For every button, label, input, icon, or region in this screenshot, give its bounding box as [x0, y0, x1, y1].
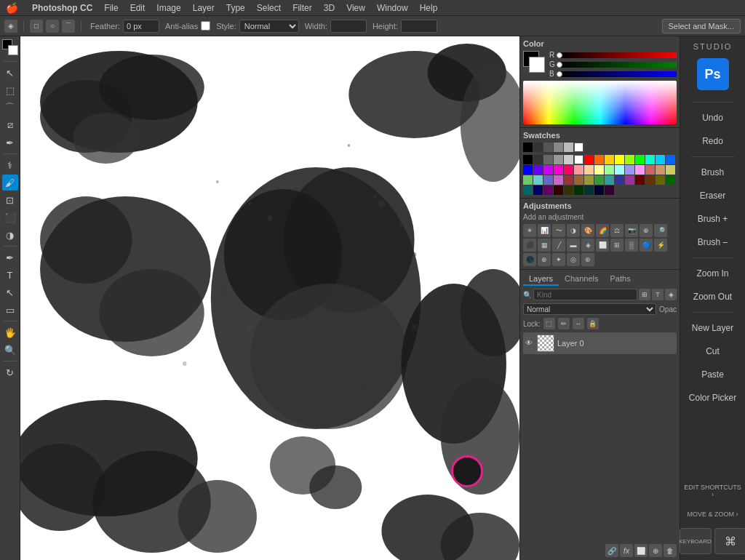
swatch-25[interactable] [625, 165, 634, 175]
color-spectrum[interactable] [523, 81, 677, 124]
swatch-51[interactable] [584, 185, 594, 195]
studio-keyboard-btn[interactable]: KEYBOARD [680, 528, 712, 554]
menu-edit[interactable]: Edit [124, 1, 151, 15]
blend-mode-select[interactable]: Normal Multiply Screen [523, 303, 656, 315]
swatch-11[interactable] [635, 155, 645, 164]
lock-icon-3[interactable]: ↔ [573, 318, 584, 329]
tool-shape[interactable]: ▭ [2, 302, 18, 318]
swatch-21[interactable] [584, 165, 594, 175]
tool-eraser[interactable]: ⊡ [2, 192, 18, 208]
swatch-45[interactable] [523, 185, 533, 195]
adj-exposure[interactable]: ◑ [567, 224, 580, 237]
studio-paste-btn[interactable]: Paste [688, 365, 738, 384]
studio-brush-plus-btn[interactable]: Brush + [688, 209, 738, 228]
swatch-30[interactable] [523, 175, 533, 185]
adj-photo-filter[interactable]: 📷 [625, 224, 638, 237]
color-fg-bg[interactable] [2, 39, 18, 55]
tool-heal[interactable]: ⚕ [2, 157, 18, 173]
r-slider[interactable] [559, 52, 677, 58]
studio-brush-minus-btn[interactable]: Brush – [688, 233, 738, 252]
swatch-34[interactable] [564, 175, 573, 185]
width-input[interactable] [330, 20, 367, 33]
tool-type[interactable]: T [2, 267, 18, 283]
swatch-41[interactable] [635, 175, 645, 185]
swatch-52[interactable] [594, 185, 604, 195]
tool-crop[interactable]: ⧄ [2, 117, 18, 133]
swatch-26[interactable] [635, 165, 645, 175]
swatch-32[interactable] [543, 175, 553, 185]
studio-edit-shortcuts-btn[interactable]: EDIT SHORTCUTS › [684, 481, 742, 500]
adj-channel-mixer[interactable]: ⊕ [640, 224, 653, 237]
adj-levels[interactable]: 📊 [538, 224, 551, 237]
swatch-38[interactable] [605, 175, 614, 185]
studio-quick-keys-btn[interactable]: ⌘ [714, 528, 746, 554]
menu-image[interactable]: Image [151, 1, 186, 15]
swatch-19[interactable] [564, 165, 573, 175]
swatch-15[interactable] [523, 165, 533, 175]
menu-type[interactable]: Type [220, 1, 251, 15]
studio-color-picker-btn[interactable]: Color Picker [688, 388, 738, 407]
studio-ps-icon[interactable]: Ps [697, 58, 729, 90]
studio-zoom-in-btn[interactable]: Zoom In [688, 264, 738, 283]
swatch-16[interactable] [533, 165, 543, 175]
toolbar-ellipse-icon[interactable]: ○ [46, 20, 59, 33]
adj-extra2[interactable]: ◎ [567, 253, 580, 266]
tool-select-rect[interactable]: ⬚ [2, 82, 18, 98]
swatch-6[interactable] [584, 155, 594, 164]
swatch-12[interactable] [645, 155, 655, 164]
tool-eyedropper[interactable]: ✒ [2, 135, 18, 151]
toolbar-lasso-icon[interactable]: ⌒ [62, 20, 75, 33]
menu-view[interactable]: View [340, 1, 371, 15]
g-slider[interactable] [559, 62, 677, 68]
swatch-8[interactable] [605, 155, 614, 164]
adj-curves[interactable]: 〜 [552, 224, 565, 237]
select-mask-button[interactable]: Select and Mask... [662, 19, 741, 33]
feather-input[interactable] [123, 20, 159, 33]
swatch-39[interactable] [615, 175, 624, 185]
menu-window[interactable]: Window [371, 1, 414, 15]
adj-vibrance[interactable]: 🎨 [581, 224, 594, 237]
tool-path-select[interactable]: ↖ [2, 284, 18, 300]
adj-color-lookup[interactable]: 🔎 [654, 224, 667, 237]
menu-file[interactable]: File [98, 1, 124, 15]
layers-fx-btn[interactable]: fx [620, 544, 633, 557]
layers-icon-2[interactable]: T [652, 289, 664, 300]
swatch-27[interactable] [645, 165, 655, 175]
swatch-0[interactable] [523, 155, 533, 164]
adj-brightness[interactable]: ☀ [523, 224, 536, 237]
swatch-28[interactable] [656, 165, 665, 175]
swatch-48[interactable] [554, 185, 563, 195]
layer-visibility-icon[interactable]: 👁 [525, 339, 534, 348]
swatch-50[interactable] [574, 185, 583, 195]
antialias-checkbox[interactable] [201, 21, 210, 31]
swatch-gray[interactable] [554, 143, 563, 152]
adj-selective-color[interactable]: ◈ [581, 239, 594, 252]
adj-threshold[interactable]: ╱ [552, 239, 565, 252]
swatch-40[interactable] [625, 175, 634, 185]
adj-gradient-map[interactable]: ▬ [567, 239, 580, 252]
adj-hsl[interactable]: 🌈 [596, 224, 609, 237]
swatch-31[interactable] [533, 175, 543, 185]
lock-icon-1[interactable]: ⬚ [543, 318, 555, 329]
swatch-44[interactable] [666, 175, 675, 185]
studio-redo-btn[interactable]: Redo [688, 132, 738, 151]
studio-new-layer-btn[interactable]: New Layer [688, 319, 738, 337]
swatch-2[interactable] [543, 155, 553, 164]
adj-extra3[interactable]: ⊛ [581, 253, 594, 266]
lock-icon-4[interactable]: 🔒 [587, 318, 599, 329]
studio-move-zoom-btn[interactable]: MOVE & ZOOM › [684, 505, 742, 524]
swatch-black[interactable] [523, 143, 533, 152]
swatch-49[interactable] [564, 185, 573, 195]
adj-shadow[interactable]: 🌑 [523, 253, 536, 266]
swatch-13[interactable] [656, 155, 665, 164]
tool-brush[interactable]: 🖌 [2, 175, 18, 191]
adj-more[interactable]: ⊕ [538, 253, 551, 266]
tab-paths[interactable]: Paths [605, 273, 637, 286]
swatch-7[interactable] [594, 155, 604, 164]
swatch-14[interactable] [666, 155, 675, 164]
menu-select[interactable]: Select [251, 1, 287, 15]
layers-search-input[interactable] [533, 289, 637, 300]
swatch-29[interactable] [666, 165, 675, 175]
layers-link-btn[interactable]: 🔗 [605, 544, 618, 557]
layers-icon-kind[interactable]: ◈ [665, 289, 677, 300]
